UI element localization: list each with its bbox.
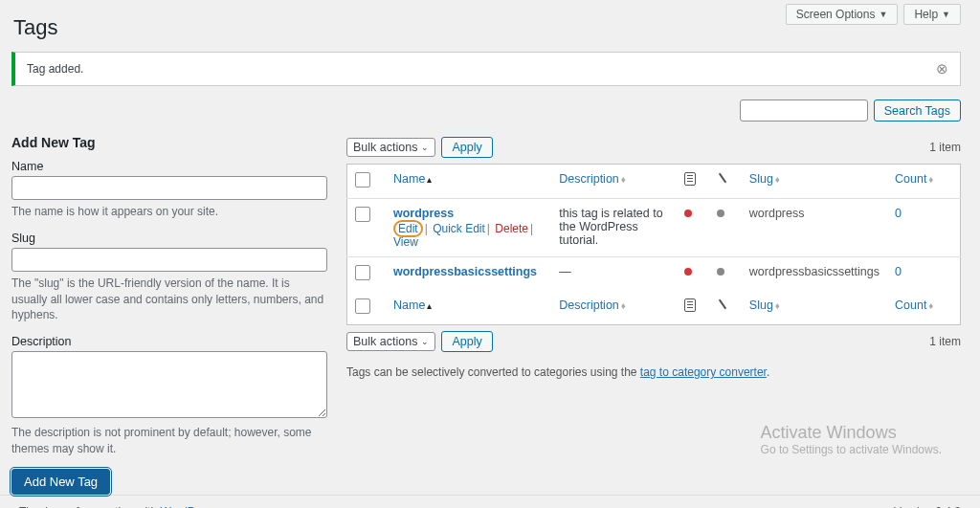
table-row: wordpress Edit| Quick Edit| Delete| View… <box>347 199 961 257</box>
quick-edit-action[interactable]: Quick Edit <box>433 222 485 235</box>
sort-icon: ♦ <box>928 300 933 311</box>
screen-options-button[interactable]: Screen Options▼ <box>786 4 899 25</box>
table-row: wordpressbasicssettings — wordpressbasic… <box>347 257 961 292</box>
slug-cell: wordpress <box>742 199 887 257</box>
slug-help: The "slug" is the URL-friendly version o… <box>11 276 327 323</box>
description-label: Description <box>11 335 327 348</box>
item-count-top: 1 item <box>929 141 961 154</box>
col-slug-foot[interactable]: Slug♦ <box>742 291 887 325</box>
windows-watermark: Activate Windows Go to Settings to activ… <box>761 423 942 456</box>
description-help: The description is not prominent by defa… <box>11 425 327 457</box>
status-dot-icon <box>717 268 724 276</box>
tags-table: Name▴ Description♦ Slug♦ Count♦ wordpres… <box>346 164 961 325</box>
delete-action[interactable]: Delete <box>495 222 528 235</box>
count-cell[interactable]: 0 <box>887 257 961 292</box>
close-icon[interactable]: ⊗ <box>936 60 948 77</box>
select-all-checkbox-top[interactable] <box>355 172 370 188</box>
slug-cell: wordpressbasicssettings <box>742 257 887 292</box>
col-count-foot[interactable]: Count♦ <box>887 291 961 325</box>
sort-icon: ♦ <box>775 300 780 311</box>
row-checkbox[interactable] <box>355 207 370 222</box>
sort-icon: ▴ <box>427 300 432 311</box>
screen-options-label: Screen Options <box>796 8 876 21</box>
notice-success: Tag added. ⊗ <box>11 52 961 86</box>
view-action[interactable]: View <box>393 235 418 249</box>
sort-icon: ♦ <box>928 174 933 185</box>
tag-to-category-link[interactable]: tag to category converter <box>640 365 767 379</box>
footer: Thank you for creating with WordPress. V… <box>0 495 980 508</box>
slug-label: Slug <box>11 232 327 245</box>
readability-icon <box>684 172 696 186</box>
apply-button-top[interactable]: Apply <box>441 137 492 158</box>
converter-note: Tags can be selectively converted to cat… <box>346 365 961 379</box>
add-new-tag-button[interactable]: Add New Tag <box>11 469 110 495</box>
name-label: Name <box>11 160 327 173</box>
help-label: Help <box>914 8 938 21</box>
name-input[interactable] <box>11 176 327 200</box>
search-tags-button[interactable]: Search Tags <box>874 99 961 121</box>
chevron-down-icon: ⌄ <box>421 143 429 152</box>
col-description-foot[interactable]: Description♦ <box>551 291 677 325</box>
tag-name-link[interactable]: wordpressbasicssettings <box>393 265 537 278</box>
sort-icon: ▴ <box>427 174 432 185</box>
description-cell: — <box>551 257 677 292</box>
feather-icon <box>714 170 730 187</box>
apply-button-bottom[interactable]: Apply <box>441 331 492 352</box>
bulk-actions-select-top[interactable]: Bulk actions⌄ <box>346 138 435 157</box>
chevron-down-icon: ⌄ <box>421 337 429 346</box>
sort-icon: ♦ <box>775 174 780 185</box>
item-count-bottom: 1 item <box>929 335 961 348</box>
status-dot-icon <box>717 210 724 217</box>
status-dot-icon <box>684 210 692 217</box>
add-new-tag-heading: Add New Tag <box>11 135 327 150</box>
status-dot-icon <box>684 268 692 276</box>
notice-text: Tag added. <box>27 62 83 76</box>
col-slug[interactable]: Slug♦ <box>742 165 887 199</box>
slug-input[interactable] <box>11 248 327 272</box>
sort-icon: ♦ <box>621 300 626 311</box>
chevron-down-icon: ▼ <box>942 10 950 19</box>
feather-icon <box>714 297 730 313</box>
select-all-checkbox-bottom[interactable] <box>355 298 370 314</box>
readability-icon <box>684 298 696 312</box>
count-cell[interactable]: 0 <box>887 199 961 257</box>
tag-name-link[interactable]: wordpress <box>393 207 454 220</box>
col-description[interactable]: Description♦ <box>551 165 677 199</box>
sort-icon: ♦ <box>621 174 626 185</box>
help-button[interactable]: Help▼ <box>903 4 961 25</box>
description-cell: this tag is related to the WordPress tut… <box>551 199 677 257</box>
bulk-actions-select-bottom[interactable]: Bulk actions⌄ <box>346 332 435 351</box>
row-actions: Edit| Quick Edit| Delete| View <box>393 222 544 249</box>
col-seo-icon[interactable] <box>677 165 709 199</box>
col-count[interactable]: Count♦ <box>887 165 961 199</box>
row-checkbox[interactable] <box>355 265 370 280</box>
name-help: The name is how it appears on your site. <box>11 204 327 220</box>
col-name[interactable]: Name▴ <box>386 165 551 199</box>
search-input[interactable] <box>740 99 868 121</box>
col-feather-icon[interactable] <box>709 165 742 199</box>
chevron-down-icon: ▼ <box>879 10 887 19</box>
description-input[interactable] <box>11 351 327 418</box>
col-name-foot[interactable]: Name▴ <box>386 291 551 325</box>
